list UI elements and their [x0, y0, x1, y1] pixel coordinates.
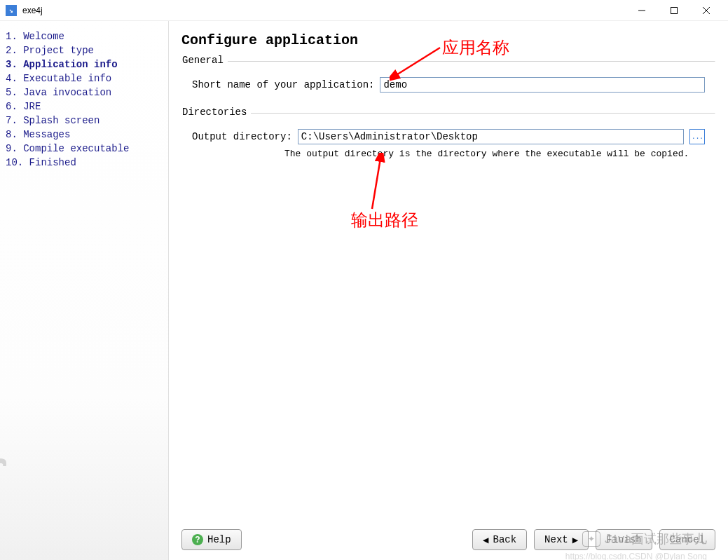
- sidebar-item-4[interactable]: 5. Java invocation: [6, 86, 163, 100]
- main-panel: Configure application General Short name…: [168, 21, 728, 560]
- output-dir-label: Output directory:: [192, 131, 292, 142]
- page-title: Configure application: [181, 28, 715, 48]
- titlebar: ↘ exe4j: [0, 0, 728, 21]
- sidebar-watermark: exe4j: [0, 455, 7, 546]
- arrow-left-icon: ◀: [483, 534, 488, 546]
- app-icon: ↘: [6, 5, 17, 16]
- sidebar-item-7[interactable]: 8. Messages: [6, 128, 163, 142]
- browse-button[interactable]: ...: [689, 129, 705, 144]
- arrow-right-icon: ▶: [572, 534, 578, 546]
- minimize-button[interactable]: [626, 0, 658, 21]
- directories-group: Directories Output directory: ... The ou…: [181, 113, 715, 170]
- help-button-label: Help: [207, 534, 231, 545]
- window-title: exe4j: [22, 6, 626, 15]
- next-button[interactable]: Next ▶: [534, 529, 589, 550]
- help-icon: ?: [192, 534, 203, 545]
- content: 1. Welcome2. Project type3. Application …: [0, 21, 728, 560]
- general-legend: General: [182, 55, 228, 66]
- button-bar: ? Help ◀ Back Next ▶ Finish Cancel: [181, 529, 715, 550]
- sidebar-item-0[interactable]: 1. Welcome: [6, 29, 163, 43]
- cancel-button[interactable]: Cancel: [659, 529, 715, 550]
- finish-button[interactable]: Finish: [596, 529, 652, 550]
- directories-legend: Directories: [182, 107, 251, 118]
- sidebar-item-5[interactable]: 6. JRE: [6, 100, 163, 114]
- sidebar-item-2[interactable]: 3. Application info: [6, 57, 163, 71]
- output-dir-input[interactable]: [298, 129, 684, 144]
- sidebar: 1. Welcome2. Project type3. Application …: [0, 21, 168, 560]
- sidebar-item-3[interactable]: 4. Executable info: [6, 71, 163, 86]
- svg-rect-1: [671, 7, 678, 13]
- maximize-button[interactable]: [658, 0, 690, 21]
- sidebar-item-8[interactable]: 9. Compile executable: [6, 142, 163, 156]
- help-button[interactable]: ? Help: [181, 529, 242, 550]
- cancel-button-label: Cancel: [670, 534, 705, 545]
- close-button[interactable]: [690, 0, 722, 21]
- annotation-output-path: 输出路径: [351, 209, 418, 231]
- sidebar-item-1[interactable]: 2. Project type: [6, 43, 163, 57]
- general-group: General Short name of your application:: [181, 61, 715, 103]
- short-name-label: Short name of your application:: [192, 79, 374, 90]
- sidebar-item-6[interactable]: 7. Splash screen: [6, 114, 163, 128]
- output-dir-help: The output directory is the directory wh…: [192, 149, 705, 159]
- sidebar-item-9[interactable]: 10. Finished: [6, 156, 163, 170]
- finish-button-label: Finish: [606, 534, 641, 545]
- back-button[interactable]: ◀ Back: [472, 529, 527, 550]
- short-name-input[interactable]: [380, 77, 705, 93]
- next-button-label: Next: [544, 534, 568, 545]
- back-button-label: Back: [493, 534, 517, 545]
- window-controls: [626, 0, 722, 21]
